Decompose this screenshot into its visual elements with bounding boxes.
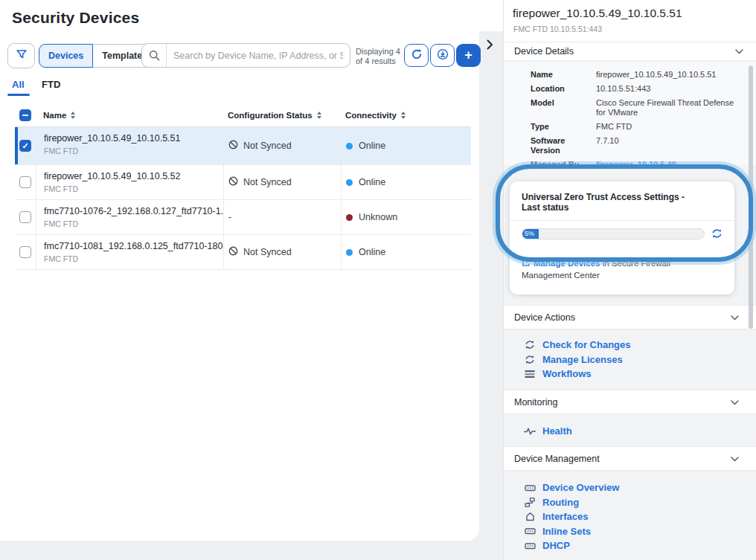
detail-row: ModelCisco Secure Firewall Threat Defens… xyxy=(531,96,756,120)
table-row[interactable]: firepower_10.10.5.49_10.10.5.51FMC FTD N… xyxy=(15,127,471,165)
routing-icon xyxy=(524,498,536,507)
device-actions-list: Check for Changes Manage Licenses Workfl… xyxy=(504,338,756,382)
refresh-icon xyxy=(411,48,423,62)
panel-device-subtitle: FMC FTD 10.10.5.51:443 xyxy=(513,25,602,33)
progress-bar: 5% xyxy=(522,228,705,239)
tab-all[interactable]: All xyxy=(12,79,25,90)
sort-icon xyxy=(401,112,406,119)
device-management-list: Device Overview Routing Interfaces Inlin… xyxy=(504,480,756,553)
not-synced-icon xyxy=(228,140,238,152)
device-icon xyxy=(524,527,536,535)
section-device-actions[interactable]: Device Actions xyxy=(504,305,756,329)
sync-icon xyxy=(524,340,536,350)
sync-icon xyxy=(524,355,536,364)
column-header-config-status[interactable]: Configuration Status xyxy=(228,111,321,120)
device-icon xyxy=(524,483,536,492)
add-device-button[interactable]: + xyxy=(456,44,481,67)
monitoring-health[interactable]: Health xyxy=(504,424,756,439)
detail-row: TypeFMC FTD xyxy=(531,120,756,134)
row-checkbox[interactable] xyxy=(19,246,31,258)
panel-scrollbar[interactable] xyxy=(749,65,753,329)
managed-by-link[interactable]: firepower_10.10.5.49 xyxy=(596,158,741,165)
connectivity-dot xyxy=(346,143,353,149)
workflows-icon xyxy=(524,370,536,379)
zero-trust-status-card: Universal Zero Trust Access Settings - L… xyxy=(510,181,734,295)
device-details-panel: firepower_10.10.5.49_10.10.5.51 FMC FTD … xyxy=(503,0,756,560)
not-synced-icon xyxy=(228,246,238,258)
manage-devices-note: Manage Devices in Secure Firewall Manage… xyxy=(522,258,723,282)
action-manage-licenses[interactable]: Manage Licenses xyxy=(504,353,756,367)
filter-button[interactable] xyxy=(7,43,35,68)
search-icon xyxy=(142,44,167,67)
table-row[interactable]: fmc7710-1081_192.168.0.125_ftd7710-1801F… xyxy=(15,235,471,270)
zero-trust-card-title: Universal Zero Trust Access Settings - L… xyxy=(510,181,734,221)
panel-device-title: firepower_10.10.5.49_10.10.5.51 xyxy=(513,7,682,20)
sort-icon xyxy=(317,112,321,119)
mgmt-dhcp[interactable]: DHCP xyxy=(504,538,756,553)
results-count: Displaying 4 of 4 results xyxy=(356,47,400,66)
health-pulse-icon xyxy=(524,427,536,436)
funnel-icon xyxy=(16,50,27,62)
row-checkbox[interactable] xyxy=(19,176,31,188)
table-row[interactable]: fmc7710-1076-2_192.168.0.127_ftd7710-1..… xyxy=(15,200,471,235)
devices-table: Name Configuration Status Connectivity f… xyxy=(15,104,471,270)
section-monitoring[interactable]: Monitoring xyxy=(504,390,756,414)
device-icon xyxy=(524,541,536,550)
devices-templates-toggle: Devices Templates xyxy=(39,44,157,68)
table-header: Name Configuration Status Connectivity xyxy=(15,104,471,127)
detail-row: Software Version7.7.10 xyxy=(531,134,756,158)
mgmt-routing[interactable]: Routing xyxy=(504,495,756,510)
detail-row: Managed Byfirepower_10.10.5.49 xyxy=(531,158,756,165)
detail-row: Location10.10.5.51:443 xyxy=(531,82,756,96)
chevron-down-icon xyxy=(731,312,739,323)
panel-header: firepower_10.10.5.49_10.10.5.51 FMC FTD … xyxy=(504,0,756,42)
action-workflows[interactable]: Workflows xyxy=(504,367,756,382)
page-title: Security Devices xyxy=(12,9,139,27)
app-window: Security Devices Devices Templates Displ… xyxy=(0,0,756,560)
select-all-checkbox[interactable] xyxy=(19,109,31,121)
progress-fill: 5% xyxy=(522,229,539,239)
export-button[interactable] xyxy=(430,44,455,67)
device-search xyxy=(141,43,350,68)
collapse-panel-button[interactable] xyxy=(482,37,497,54)
not-synced-icon xyxy=(228,176,238,188)
segment-devices[interactable]: Devices xyxy=(39,44,93,68)
column-header-connectivity[interactable]: Connectivity xyxy=(345,111,406,120)
chevron-right-icon xyxy=(487,39,493,52)
mgmt-interfaces[interactable]: Interfaces xyxy=(504,509,756,524)
chevron-down-icon xyxy=(731,454,739,464)
interface-icon xyxy=(524,512,536,521)
device-list-page: Security Devices Devices Templates Displ… xyxy=(0,0,479,541)
device-details-list: Namefirepower_10.10.5.49_10.10.5.51 Loca… xyxy=(504,62,756,165)
external-link-icon xyxy=(522,260,531,268)
sort-icon xyxy=(71,112,75,119)
monitoring-list: Health xyxy=(504,424,756,439)
tab-ftd[interactable]: FTD xyxy=(42,79,60,90)
detail-row: Namefirepower_10.10.5.49_10.10.5.51 xyxy=(531,68,756,82)
connectivity-dot xyxy=(346,249,353,256)
search-input[interactable] xyxy=(167,51,350,61)
mgmt-inline-sets[interactable]: Inline Sets xyxy=(504,524,756,539)
chevron-down-icon xyxy=(731,397,739,408)
row-checkbox[interactable] xyxy=(19,211,31,223)
active-tab-underline xyxy=(7,94,30,96)
column-header-name[interactable]: Name xyxy=(43,111,75,120)
download-circle-icon xyxy=(437,48,449,62)
refresh-button[interactable] xyxy=(404,44,429,67)
action-check-for-changes[interactable]: Check for Changes xyxy=(504,338,756,353)
mgmt-device-overview[interactable]: Device Overview xyxy=(504,480,756,495)
section-device-details[interactable]: Device Details xyxy=(504,42,756,61)
row-checkbox[interactable] xyxy=(19,140,31,152)
chevron-down-icon xyxy=(735,46,743,57)
connectivity-dot xyxy=(346,214,353,221)
table-row[interactable]: firepower_10.10.5.49_10.10.5.52FMC FTD N… xyxy=(15,165,471,200)
connectivity-dot xyxy=(346,179,353,186)
section-device-management[interactable]: Device Management xyxy=(504,446,756,471)
zero-trust-progress-row: 5% xyxy=(510,221,734,239)
refresh-status-button[interactable] xyxy=(711,228,723,239)
manage-devices-link[interactable]: Manage Devices xyxy=(534,259,600,268)
